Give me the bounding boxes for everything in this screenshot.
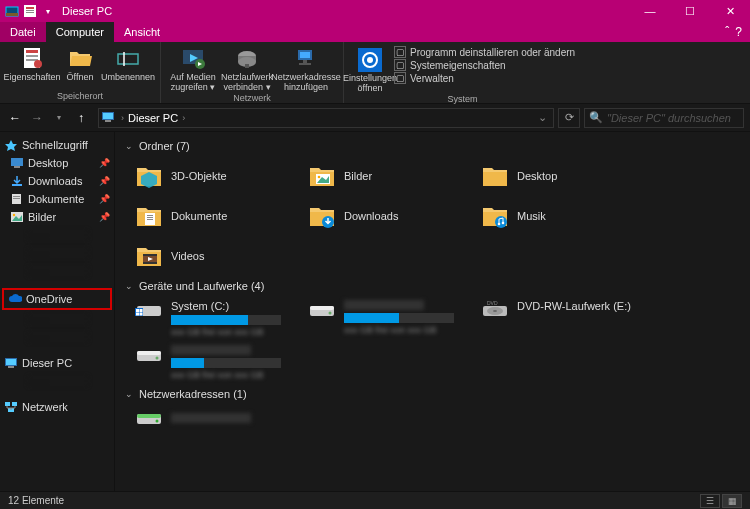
sidebar-onedrive[interactable]: OneDrive bbox=[4, 290, 110, 308]
sidebar-quick-access[interactable]: Schnellzugriff bbox=[0, 136, 114, 154]
folder-item[interactable]: Desktop bbox=[481, 156, 654, 196]
svg-rect-24 bbox=[299, 63, 311, 65]
svg-rect-42 bbox=[6, 359, 16, 365]
sidebar-bilder[interactable]: Bilder📌 bbox=[0, 208, 114, 226]
nav-recent-dropdown[interactable]: ▾ bbox=[50, 109, 68, 127]
section-network-header[interactable]: ⌄ Netzwerkadressen (1) bbox=[115, 384, 750, 404]
folder-label: Musik bbox=[517, 210, 546, 222]
ribbon-netzwerkadresse[interactable]: Netzwerkadresse hinzufügen bbox=[275, 44, 337, 93]
folder-icon bbox=[308, 204, 336, 228]
section-folders-header[interactable]: ⌄ Ordner (7) bbox=[115, 136, 750, 156]
sidebar-desktop[interactable]: Desktop📌 bbox=[0, 154, 114, 172]
content-pane: ⌄ Ordner (7) 3D-ObjekteBilderDesktopDoku… bbox=[115, 132, 750, 491]
nav-forward[interactable]: → bbox=[28, 109, 46, 127]
folder-item[interactable]: Musik bbox=[481, 196, 654, 236]
svg-point-58 bbox=[502, 222, 505, 225]
drive-label: System (C:) bbox=[171, 300, 308, 312]
qat-dropdown-icon[interactable]: ▾ bbox=[40, 3, 56, 19]
svg-rect-66 bbox=[140, 309, 143, 312]
ribbon-group-speicherort-label: Speicherort bbox=[6, 91, 154, 103]
drive-icon: DVD bbox=[481, 300, 509, 320]
help-icon[interactable]: ? bbox=[735, 25, 742, 39]
chevron-down-icon: ⌄ bbox=[125, 141, 133, 151]
svg-rect-70 bbox=[310, 306, 334, 310]
search-input[interactable]: 🔍 "Dieser PC" durchsuchen bbox=[584, 108, 744, 128]
folder-item[interactable]: Bilder bbox=[308, 156, 481, 196]
nav-back[interactable]: ← bbox=[6, 109, 24, 127]
chevron-down-icon: ⌄ bbox=[125, 281, 133, 291]
ribbon-auf-medien[interactable]: Auf Medien zugreifen ▾ bbox=[167, 44, 219, 93]
ribbon-einstellungen[interactable]: Einstellungen öffnen bbox=[350, 44, 390, 94]
nav-bar: ← → ▾ ↑ › Dieser PC › ⌄ ⟳ 🔍 "Dieser PC" … bbox=[0, 104, 750, 132]
sidebar-this-pc[interactable]: Dieser PC bbox=[0, 354, 114, 372]
section-drives-header[interactable]: ⌄ Geräte und Laufwerke (4) bbox=[115, 276, 750, 296]
view-details-button[interactable]: ☰ bbox=[700, 494, 720, 508]
folder-item[interactable]: Videos bbox=[135, 236, 308, 276]
svg-rect-32 bbox=[11, 158, 23, 166]
svg-rect-34 bbox=[12, 184, 22, 186]
tab-file[interactable]: Datei bbox=[0, 22, 46, 42]
ribbon-link-syseig[interactable]: ▢Systemeigenschaften bbox=[394, 59, 575, 71]
pin-icon: 📌 bbox=[99, 158, 110, 168]
ribbon-link-verwalten[interactable]: ▢Verwalten bbox=[394, 72, 575, 84]
sidebar-network[interactable]: Netzwerk bbox=[0, 398, 114, 416]
sidebar-item-redacted[interactable]: xxxx bbox=[0, 310, 114, 328]
search-icon: 🔍 bbox=[589, 111, 603, 124]
folder-label: Bilder bbox=[344, 170, 372, 182]
sidebar-item-redacted[interactable]: xxxx bbox=[0, 262, 114, 280]
sidebar-item-redacted[interactable]: xxxx bbox=[0, 328, 114, 346]
breadcrumb-chevron-icon[interactable]: › bbox=[182, 113, 185, 123]
ribbon-eigenschaften[interactable]: Eigenschaften bbox=[6, 44, 58, 83]
drive-item[interactable]: xxx GB frei von xxx GB bbox=[135, 341, 308, 384]
svg-rect-1 bbox=[6, 13, 18, 16]
svg-rect-52 bbox=[147, 215, 153, 216]
minimize-button[interactable]: — bbox=[630, 0, 670, 22]
close-button[interactable]: ✕ bbox=[710, 0, 750, 22]
svg-rect-7 bbox=[26, 50, 38, 53]
view-tiles-button[interactable]: ▦ bbox=[722, 494, 742, 508]
folder-label: Downloads bbox=[344, 210, 398, 222]
ribbon-netzlaufwerk[interactable]: Netzlaufwerk verbinden ▾ bbox=[221, 44, 273, 93]
folder-label: Videos bbox=[171, 250, 204, 262]
svg-rect-4 bbox=[26, 10, 34, 11]
network-location-item[interactable] bbox=[115, 404, 288, 432]
svg-point-40 bbox=[13, 214, 15, 216]
sidebar-item-redacted[interactable]: xxxx bbox=[0, 244, 114, 262]
nav-up[interactable]: ↑ bbox=[72, 109, 90, 127]
svg-rect-3 bbox=[26, 7, 34, 9]
tab-view[interactable]: Ansicht bbox=[114, 22, 170, 42]
folder-item[interactable]: Dokumente bbox=[135, 196, 308, 236]
pin-icon: 📌 bbox=[99, 176, 110, 186]
navigation-sidebar: Schnellzugriff Desktop📌 Downloads📌 Dokum… bbox=[0, 132, 115, 491]
ribbon-oeffnen[interactable]: Öffnen bbox=[60, 44, 100, 83]
breadcrumb-chevron-icon[interactable]: › bbox=[121, 113, 124, 123]
maximize-button[interactable]: ☐ bbox=[670, 0, 710, 22]
tab-computer[interactable]: Computer bbox=[46, 22, 114, 42]
drive-item[interactable]: xxx GB frei von xxx GB bbox=[308, 296, 481, 341]
sidebar-item-redacted[interactable]: xxxx bbox=[0, 372, 114, 390]
ribbon-link-uninstall[interactable]: ▢Programm deinstallieren oder ändern bbox=[394, 46, 575, 58]
breadcrumb[interactable]: Dieser PC bbox=[128, 112, 178, 124]
folder-item[interactable]: 3D-Objekte bbox=[135, 156, 308, 196]
status-item-count: 12 Elemente bbox=[8, 495, 64, 506]
ribbon-collapse-icon[interactable]: ˆ bbox=[725, 25, 729, 39]
sidebar-dokumente[interactable]: Dokumente📌 bbox=[0, 190, 114, 208]
svg-rect-80 bbox=[137, 414, 161, 418]
folder-item[interactable]: Downloads bbox=[308, 196, 481, 236]
sidebar-downloads[interactable]: Downloads📌 bbox=[0, 172, 114, 190]
address-dropdown-icon[interactable]: ⌄ bbox=[532, 111, 553, 124]
address-bar[interactable]: › Dieser PC › ⌄ bbox=[98, 108, 554, 128]
drive-item[interactable]: DVDDVD-RW-Laufwerk (E:) bbox=[481, 296, 654, 341]
svg-point-27 bbox=[367, 57, 373, 63]
svg-point-71 bbox=[329, 312, 332, 315]
qat-properties-icon[interactable] bbox=[22, 3, 38, 19]
ribbon-umbenennen[interactable]: Umbenennen bbox=[102, 44, 154, 83]
sidebar-item-redacted[interactable]: xxxx bbox=[0, 226, 114, 244]
svg-rect-60 bbox=[143, 254, 157, 256]
refresh-button[interactable]: ⟳ bbox=[558, 108, 580, 128]
drive-label: DVD-RW-Laufwerk (E:) bbox=[517, 300, 654, 312]
svg-rect-29 bbox=[103, 113, 113, 119]
drive-item[interactable]: System (C:)xxx GB frei von xxx GB bbox=[135, 296, 308, 341]
qat-explorer-icon[interactable] bbox=[4, 3, 20, 19]
ribbon-tabs: Datei Computer Ansicht ˆ ? bbox=[0, 22, 750, 42]
